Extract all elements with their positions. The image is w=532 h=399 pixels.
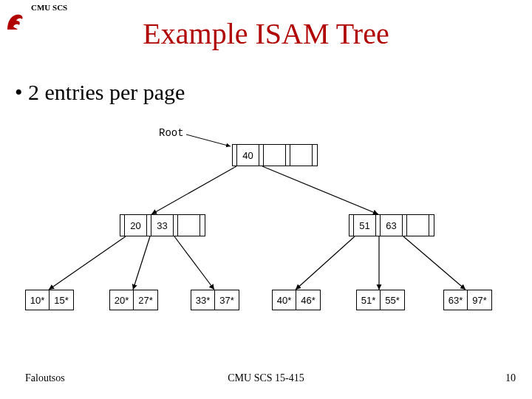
leaf-3-cell-1: 46* <box>296 290 320 310</box>
leaf-5: 63* 97* <box>443 290 492 310</box>
svg-line-6 <box>296 236 355 290</box>
svg-line-3 <box>49 236 126 290</box>
internal-left-key-0: 20 <box>125 215 147 236</box>
slide: CMU SCS Example ISAM Tree 2 entries per … <box>0 0 532 399</box>
leaf-0-cell-1: 15* <box>50 290 73 310</box>
leaf-3-cell-0: 40* <box>273 290 296 310</box>
svg-line-5 <box>174 236 214 290</box>
leaf-2: 33* 37* <box>191 290 239 310</box>
leaf-5-cell-1: 97* <box>468 290 491 310</box>
slide-title: Example ISAM Tree <box>0 16 532 51</box>
internal-right-key-1: 63 <box>381 215 403 236</box>
org-label: CMU SCS <box>31 3 67 12</box>
tree-edges <box>0 0 532 399</box>
internal-right-key-2 <box>407 215 429 236</box>
svg-line-4 <box>133 236 150 290</box>
internal-left-key-2 <box>178 215 200 236</box>
footer-page-number: 10 <box>505 372 516 384</box>
internal-node-left: 20 33 <box>120 214 205 236</box>
root-node: 40 <box>232 144 318 166</box>
internal-right-key-0: 51 <box>354 215 376 236</box>
leaf-2-cell-1: 37* <box>215 290 239 310</box>
root-key-2 <box>290 145 313 166</box>
leaf-4-cell-0: 51* <box>357 290 381 310</box>
leaf-1-cell-1: 27* <box>134 290 157 310</box>
leaf-3: 40* 46* <box>272 290 321 310</box>
leaf-2-cell-0: 33* <box>191 290 215 310</box>
root-key-0: 40 <box>237 145 259 166</box>
svg-line-8 <box>403 236 466 290</box>
svg-line-2 <box>262 166 378 214</box>
leaf-0: 10* 15* <box>25 290 74 310</box>
leaf-4: 51* 55* <box>356 290 405 310</box>
leaf-4-cell-1: 55* <box>381 290 404 310</box>
leaf-1: 20* 27* <box>109 290 158 310</box>
bullet-entries-per-page: 2 entries per page <box>15 80 185 105</box>
footer-course: CMU SCS 15-415 <box>0 372 532 384</box>
internal-left-key-1: 33 <box>151 215 174 236</box>
svg-line-0 <box>186 134 231 146</box>
leaf-1-cell-0: 20* <box>110 290 134 310</box>
svg-line-1 <box>151 166 236 214</box>
leaf-5-cell-0: 63* <box>444 290 468 310</box>
root-key-1 <box>264 145 286 166</box>
leaf-0-cell-0: 10* <box>26 290 50 310</box>
root-label: Root <box>159 127 184 139</box>
internal-node-right: 51 63 <box>349 214 434 236</box>
